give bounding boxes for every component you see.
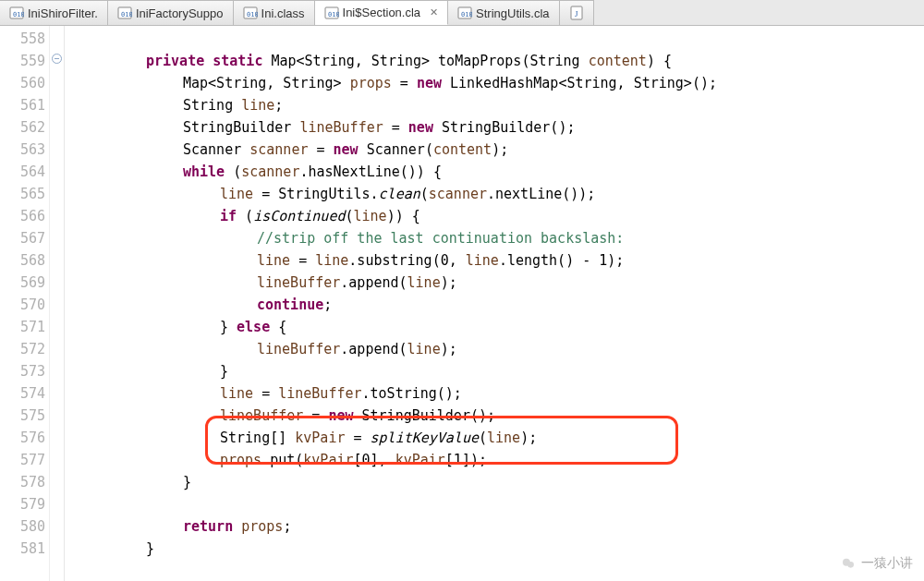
token-var: lineBuffer — [257, 274, 340, 291]
fold-column[interactable] — [50, 26, 65, 581]
line-number: 559 — [6, 50, 45, 72]
editor-tab[interactable]: 010 StringUtils.cla — [448, 0, 559, 25]
token-kw: new — [334, 141, 359, 158]
token-pun: (String — [521, 53, 588, 69]
token-pun: ; — [274, 97, 283, 114]
code-line[interactable]: String[] kvPair = splitKeyValue(line); — [72, 427, 924, 449]
code-line[interactable]: props.put(kvPair[0], kvPair[1]); — [72, 449, 924, 471]
code-line[interactable]: lineBuffer.append(line); — [72, 272, 924, 294]
token-kw: while — [183, 163, 225, 180]
code-editor[interactable]: 5585595605615625635645655665675685695705… — [0, 26, 924, 581]
token-var: scanner — [429, 186, 487, 202]
token-var: props — [350, 75, 392, 91]
code-line[interactable]: //strip off the last continuation backsl… — [72, 227, 924, 249]
line-number: 578 — [6, 471, 45, 493]
collapse-icon[interactable] — [52, 54, 62, 64]
fold-cell — [50, 137, 64, 159]
fold-cell — [50, 358, 64, 381]
editor-tab-active[interactable]: 010 Ini$Section.cla ✕ — [315, 0, 449, 25]
tab-label: Ini$Section.cla — [343, 6, 421, 19]
token-pun: .put( — [261, 452, 303, 468]
line-number: 569 — [6, 272, 45, 294]
java-class-file-icon: 010 — [457, 6, 472, 20]
token-pun: { — [270, 319, 286, 335]
editor-tab[interactable]: 010 Ini.class — [234, 0, 315, 25]
java-class-file-icon: 010 — [243, 6, 258, 20]
svg-text:010: 010 — [13, 11, 24, 18]
token-cmt: //strip off the last continuation backsl… — [257, 230, 624, 247]
line-number: 566 — [6, 205, 45, 227]
token-var: lineBuffer — [299, 119, 383, 136]
token-var: line — [487, 430, 520, 446]
token-pun: StringBuilder(); — [433, 119, 576, 136]
token-mi: splitKeyValue — [371, 430, 479, 446]
line-number: 558 — [6, 28, 45, 50]
close-icon[interactable]: ✕ — [430, 6, 438, 18]
code-line[interactable]: line = line.substring(0, line.length() -… — [72, 249, 924, 272]
editor-tab[interactable]: 010 IniFactorySuppo — [108, 0, 234, 25]
java-class-file-icon: 010 — [9, 6, 24, 20]
editor-tab-partial[interactable]: J — [560, 0, 594, 25]
token-kw: private — [146, 53, 204, 69]
code-line[interactable]: line = StringUtils.clean(scanner.nextLin… — [72, 183, 924, 205]
code-line[interactable]: } else { — [72, 316, 924, 338]
code-line[interactable]: while (scanner.hasNextLine()) { — [72, 161, 924, 183]
code-line[interactable]: String line; — [72, 94, 924, 116]
fold-cell — [50, 381, 64, 403]
token-pun: = — [308, 141, 333, 158]
token-pun: ); — [441, 274, 457, 291]
line-number: 561 — [6, 94, 45, 116]
token-var: line — [220, 385, 253, 402]
code-line[interactable] — [72, 493, 924, 515]
code-line[interactable]: StringBuilder lineBuffer = new StringBui… — [72, 116, 924, 139]
token-typ: String — [183, 97, 241, 114]
svg-text:010: 010 — [121, 11, 132, 18]
token-pun: ); — [492, 141, 508, 158]
code-line[interactable]: lineBuffer.append(line); — [72, 338, 924, 360]
code-line[interactable]: lineBuffer = new StringBuilder(); — [72, 405, 924, 427]
svg-text:010: 010 — [328, 11, 339, 18]
code-area[interactable]: private static Map<String, String> toMap… — [65, 26, 924, 581]
code-line[interactable]: } — [72, 471, 924, 493]
java-class-file-icon: 010 — [324, 6, 339, 20]
tab-label: IniShiroFilter. — [28, 6, 98, 20]
token-pun: .length() - 1); — [499, 252, 624, 269]
code-line[interactable]: continue; — [72, 294, 924, 316]
code-line[interactable]: Scanner scanner = new Scanner(content); — [72, 139, 924, 161]
java-file-icon: J — [569, 6, 584, 20]
token-pun: = — [383, 119, 408, 136]
token-pun: [1]); — [445, 452, 487, 468]
token-pun: [0], — [354, 452, 395, 468]
code-line[interactable]: private static Map<String, String> toMap… — [72, 50, 924, 72]
token-pun: } — [183, 474, 191, 490]
code-line[interactable]: } — [72, 360, 924, 382]
code-line[interactable]: line = lineBuffer.toString(); — [72, 382, 924, 405]
token-pun: ( — [420, 186, 429, 202]
editor-tab[interactable]: 010 IniShiroFilter. — [0, 0, 108, 25]
token-typ: StringBuilder — [183, 119, 299, 136]
tab-label: StringUtils.cla — [476, 6, 549, 20]
token-typ: Map<String, String> — [271, 53, 438, 69]
code-line[interactable]: return props; — [72, 515, 924, 538]
fold-cell — [50, 270, 64, 292]
token-var: content — [589, 53, 647, 69]
line-number: 567 — [6, 227, 45, 249]
code-line[interactable] — [72, 28, 924, 50]
line-number-gutter[interactable]: 5585595605615625635645655665675685695705… — [0, 26, 50, 581]
code-line[interactable]: Map<String, String> props = new LinkedHa… — [72, 72, 924, 94]
code-line[interactable]: if (isContinued(line)) { — [72, 205, 924, 227]
token-pun: ( — [479, 430, 487, 446]
fold-cell — [50, 403, 64, 425]
token-pun: ( — [237, 208, 253, 224]
token-pun: = — [345, 430, 370, 446]
fold-cell — [50, 469, 64, 491]
token-kw: new — [408, 119, 433, 136]
line-number: 562 — [6, 116, 45, 139]
token-pun: = — [290, 252, 315, 269]
code-line[interactable]: } — [72, 538, 924, 560]
token-var: line — [354, 208, 387, 224]
token-pun: .toString(); — [362, 385, 462, 402]
fold-cell — [50, 336, 64, 358]
token-typ: Map<String, String> — [183, 75, 350, 91]
token-var: lineBuffer — [257, 341, 340, 357]
